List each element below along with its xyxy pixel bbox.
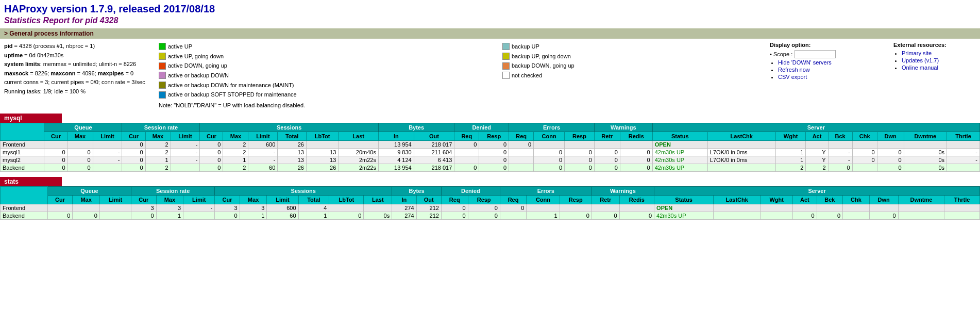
m1-s-cur: 0	[200, 148, 223, 156]
mb-sv-wght: 2	[775, 164, 806, 171]
sys-tasks: Running tasks: 1/9; idle = 100 %	[4, 87, 148, 96]
m1-q-cur: 0	[44, 148, 67, 156]
sb-sr-max: 1	[156, 212, 183, 219]
stats-th-sessions: Sessions	[215, 186, 392, 195]
th-d-req: Req	[454, 132, 479, 140]
f-q-limit	[93, 140, 122, 148]
f-sr-max: 2	[145, 140, 171, 148]
legend-item-9: backup DOWN, going up	[502, 61, 759, 71]
mb-d-resp: 0	[479, 164, 509, 171]
legend-item-2: active UP, going down	[159, 52, 482, 61]
m1-sv-wght: 1	[775, 148, 806, 156]
mysql-frontend-name: Frontend	[1, 140, 44, 148]
f-s-total: 26	[278, 140, 307, 148]
f-q-max	[67, 140, 93, 148]
legend-color-not-checked	[502, 72, 510, 79]
sf-q-max	[73, 204, 100, 212]
legend-label-active-down-going-up: active DOWN, going up	[168, 61, 227, 71]
mysql-th-session-rate: Session rate	[122, 123, 200, 132]
m2-sv-act: Y	[806, 156, 828, 164]
sth-q-cur: Cur	[47, 195, 72, 204]
f-sv-dwn	[877, 140, 904, 148]
sth-sv-lastchk: LastChk	[714, 195, 761, 204]
f-s-max: 2	[223, 140, 248, 148]
sb-sv-bck: 0	[817, 212, 843, 219]
sth-e-req: Req	[500, 195, 527, 204]
sb-s-last: 0s	[364, 212, 392, 219]
th-sv-chk: Chk	[852, 132, 877, 140]
m2-sv-wght: 1	[775, 156, 806, 164]
th-sr-cur: Cur	[122, 132, 145, 140]
m2-s-total: 13	[278, 156, 307, 164]
legend-label-active-up-going-down: active UP, going down	[168, 52, 224, 61]
csv-export-link[interactable]: CSV export	[778, 74, 807, 80]
sb-q-limit	[99, 212, 131, 219]
scope-input[interactable]	[795, 50, 836, 58]
th-s-max: Max	[223, 132, 248, 140]
refresh-now-link[interactable]: Refresh now	[778, 67, 810, 73]
stats-th-bytes: Bytes	[392, 186, 442, 195]
m1-d-req	[454, 148, 479, 156]
m2-s-limit: -	[248, 156, 278, 164]
legend-label-active-up: active UP	[168, 42, 192, 52]
m1-sv-bck: -	[828, 148, 852, 156]
stats-frontend-name: Frontend	[1, 204, 48, 212]
legend-grid: active UP active UP, going down active D…	[159, 42, 759, 100]
legend-color-active-up	[159, 43, 166, 50]
hide-down-link[interactable]: Hide 'DOWN' servers	[778, 59, 832, 66]
mb-sv-chk	[852, 164, 877, 171]
sb-q-max: 0	[73, 212, 100, 219]
sys-info: pid = 4328 (process #1, nbproc = 1) upti…	[4, 42, 148, 110]
stats-proxy-title: stats	[0, 177, 62, 186]
sb-sv-thrtle	[944, 212, 980, 219]
general-info-bar[interactable]: General process information	[0, 28, 980, 39]
mysql-frontend-row: Frontend 02- 0260026 13 954218 017 00 0 …	[1, 140, 980, 148]
m1-sv-status: 42m30s UP	[652, 148, 707, 156]
sth-s-max: Max	[240, 195, 267, 204]
m2-sr-limit: -	[171, 156, 200, 164]
sf-d-req: 0	[441, 204, 468, 212]
mb-q-limit	[93, 164, 122, 171]
f-e-conn	[534, 140, 565, 148]
sth-sv-chk: Chk	[843, 195, 870, 204]
m1-sr-max: 2	[145, 148, 171, 156]
legend-label-backup-down-going-up: backup DOWN, going up	[512, 61, 575, 71]
mb-s-limit: 60	[248, 164, 278, 171]
mysql1-row: mysql1 00- 02- 02-131320m40s 9 830211 60…	[1, 148, 980, 156]
mysql-th-name	[1, 123, 44, 140]
mb-w-redis: 0	[620, 164, 652, 171]
th-sv-thrtle: Thrtle	[947, 132, 980, 140]
legend-right: backup UP backup UP, going down backup D…	[502, 42, 759, 100]
legend-item-8: backup UP, going down	[502, 52, 759, 61]
mb-sv-dwntme: 0s	[904, 164, 947, 171]
th-e-resp: Resp	[565, 132, 595, 140]
f-s-last	[339, 140, 379, 148]
th-sv-bck: Bck	[828, 132, 852, 140]
f-b-in: 13 954	[378, 140, 414, 148]
mb-sv-act: 2	[806, 164, 828, 171]
updates-link[interactable]: Updates (v1.7)	[902, 57, 939, 63]
f-sr-limit: -	[171, 140, 200, 148]
external-resources: External resources: Primary site Updates…	[893, 42, 976, 110]
csv-export-link-item: CSV export	[778, 74, 883, 80]
mysql1-name: mysql1	[1, 148, 44, 156]
sth-sv-dwn: Dwn	[869, 195, 898, 204]
th-s-limit: Limit	[248, 132, 278, 140]
sf-s-limit: 600	[267, 204, 298, 212]
sf-b-out: 212	[416, 204, 441, 212]
sf-e-req: 0	[500, 204, 527, 212]
online-manual-item: Online manual	[902, 64, 976, 71]
page-subtitle: Statistics Report for pid 4328	[4, 16, 976, 25]
legend-note: Note: "NOLB"/"DRAIN" = UP with load-bala…	[159, 101, 759, 110]
legend-color-backup-down-going-up	[502, 62, 510, 70]
mysql-backend-name: Backend	[1, 164, 44, 171]
m1-sv-act: Y	[806, 148, 828, 156]
m2-sv-lastchk: L7OK/0 in 0ms	[707, 156, 775, 164]
primary-site-link[interactable]: Primary site	[902, 50, 932, 56]
th-d-resp: Resp	[479, 132, 509, 140]
sb-q-cur: 0	[47, 212, 72, 219]
stats-th-warnings: Warnings	[592, 186, 654, 195]
online-manual-link[interactable]: Online manual	[902, 64, 938, 71]
sth-w-retr: Retr	[592, 195, 619, 204]
mb-b-out: 218 017	[414, 164, 454, 171]
